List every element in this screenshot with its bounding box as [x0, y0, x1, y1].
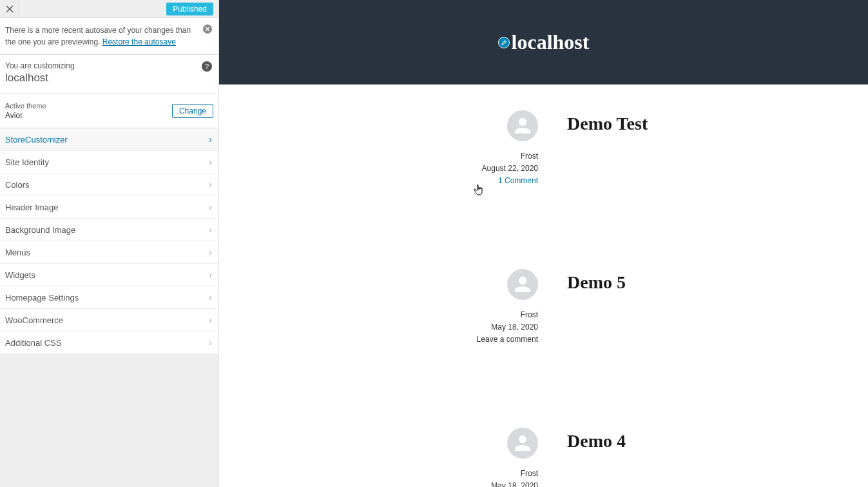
panel-item-site-identity[interactable]: Site Identity›: [0, 151, 218, 174]
site-title: localhost: [498, 30, 590, 54]
panel-item-label: Menus: [5, 248, 30, 257]
post-meta: FrostMay 18, 2020Leave a comment: [464, 428, 567, 487]
post-item: FrostMay 18, 2020Leave a commentDemo 4: [219, 428, 868, 487]
notice-dismiss-button[interactable]: [203, 25, 212, 34]
post-item: FrostMay 18, 2020Leave a commentDemo 5: [219, 269, 868, 344]
customizer-sidebar: Published There is a more recent autosav…: [0, 0, 219, 487]
sidebar-header: Published: [0, 0, 218, 18]
panel-item-background-image[interactable]: Background Image›: [0, 219, 218, 241]
user-icon: [511, 432, 534, 455]
chevron-right-icon: ›: [209, 157, 212, 167]
panel-list: StoreCustomizer›Site Identity›Colors›Hea…: [0, 128, 218, 354]
panel-item-colors[interactable]: Colors›: [0, 174, 218, 196]
chevron-right-icon: ›: [209, 270, 212, 280]
post-meta: FrostMay 18, 2020Leave a comment: [464, 269, 567, 344]
post-meta: FrostAugust 22, 20201 Comment: [464, 110, 567, 185]
preview-content: FrostAugust 22, 20201 CommentDemo TestFr…: [219, 84, 868, 487]
theme-panel: Active theme Avior Change: [0, 94, 218, 128]
close-button[interactable]: [0, 0, 19, 18]
avatar: [507, 428, 538, 459]
chevron-right-icon: ›: [209, 224, 212, 235]
chevron-right-icon: ›: [209, 202, 212, 212]
post-item: FrostAugust 22, 20201 CommentDemo Test: [219, 110, 868, 185]
customize-info-site-name: localhost: [5, 72, 213, 84]
autosave-notice: There is a more recent autosave of your …: [0, 18, 218, 55]
panel-item-label: Homepage Settings: [5, 293, 79, 303]
preview-pane: localhost FrostAugust 22, 20201 CommentD…: [219, 0, 868, 487]
restore-autosave-link[interactable]: Restore the autosave: [102, 37, 176, 46]
chevron-right-icon: ›: [209, 292, 212, 303]
chevron-right-icon: ›: [209, 134, 212, 144]
customize-info-label: You are customizing: [5, 61, 213, 70]
dismiss-icon: [205, 26, 210, 32]
preview-site-header: localhost: [219, 0, 868, 84]
panel-item-label: Header Image: [5, 203, 58, 212]
avatar: [507, 110, 538, 141]
post-date[interactable]: May 18, 2020: [464, 323, 538, 332]
customize-info-panel: You are customizing localhost ?: [0, 55, 218, 94]
panel-item-woocommerce[interactable]: WooCommerce›: [0, 309, 218, 332]
close-icon: [6, 5, 14, 13]
panel-item-label: Widgets: [5, 270, 35, 280]
help-icon[interactable]: ?: [202, 61, 212, 72]
active-theme-name: Avior: [5, 111, 46, 120]
panel-item-header-image[interactable]: Header Image›: [0, 196, 218, 219]
post-comment-link[interactable]: Leave a comment: [464, 335, 538, 344]
post-date[interactable]: May 18, 2020: [464, 481, 538, 487]
chevron-right-icon: ›: [209, 337, 212, 348]
user-icon: [511, 114, 534, 137]
post-comment-link[interactable]: 1 Comment: [464, 176, 538, 185]
panel-item-label: Colors: [5, 180, 30, 190]
panel-item-widgets[interactable]: Widgets›: [0, 264, 218, 286]
panel-item-label: WooCommerce: [5, 315, 63, 325]
panel-item-homepage-settings[interactable]: Homepage Settings›: [0, 286, 218, 309]
panel-item-menus[interactable]: Menus›: [0, 241, 218, 264]
panel-item-label: Background Image: [5, 225, 75, 235]
post-author[interactable]: Frost: [464, 152, 538, 161]
post-date[interactable]: August 22, 2020: [464, 164, 538, 173]
post-author[interactable]: Frost: [464, 310, 538, 319]
post-title[interactable]: Demo 5: [567, 269, 626, 344]
published-button[interactable]: Published: [166, 3, 213, 15]
avatar: [507, 269, 538, 300]
chevron-right-icon: ›: [209, 247, 212, 257]
panel-item-additional-css[interactable]: Additional CSS›: [0, 332, 218, 354]
chevron-right-icon: ›: [209, 315, 212, 325]
site-title-text: localhost: [512, 30, 590, 54]
edit-shortcut-icon[interactable]: [498, 37, 510, 48]
change-theme-button[interactable]: Change: [172, 104, 213, 118]
user-icon: [511, 273, 534, 296]
chevron-right-icon: ›: [209, 179, 212, 190]
panel-item-label: Site Identity: [5, 157, 49, 167]
panel-item-storecustomizer[interactable]: StoreCustomizer›: [0, 128, 218, 151]
panel-item-label: StoreCustomizer: [5, 135, 68, 144]
post-title[interactable]: Demo 4: [567, 428, 626, 487]
panel-item-label: Additional CSS: [5, 338, 61, 348]
post-author[interactable]: Frost: [464, 469, 538, 478]
pencil-icon: [501, 39, 507, 46]
post-title[interactable]: Demo Test: [567, 110, 648, 185]
active-theme-label: Active theme: [5, 102, 46, 110]
